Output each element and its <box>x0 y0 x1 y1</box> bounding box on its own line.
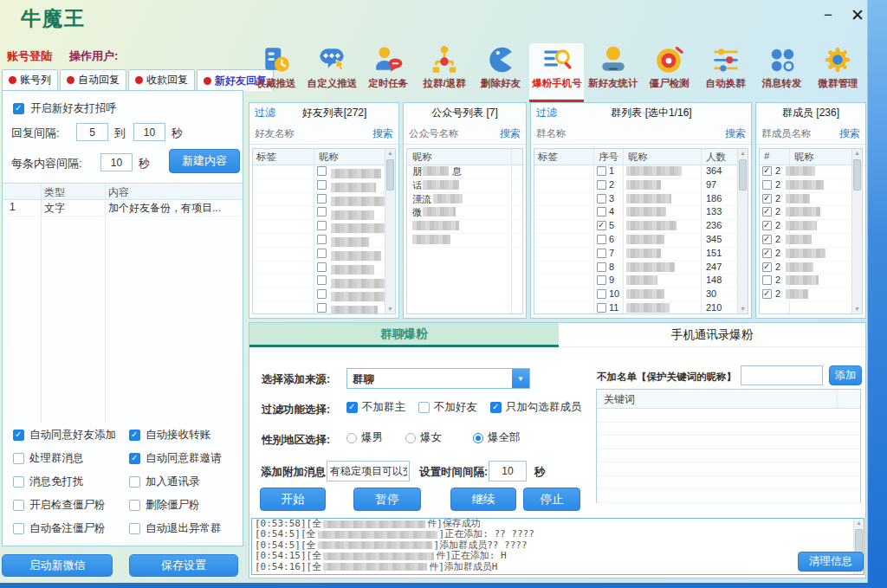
toolbar-item-pacman[interactable]: 删除好友 <box>474 43 528 99</box>
greet-enable-checkbox[interactable] <box>13 103 24 114</box>
filter-checkbox[interactable] <box>418 402 430 413</box>
blacklist-input[interactable] <box>741 365 823 385</box>
scroll-thumb[interactable] <box>853 159 861 191</box>
scroll-down-icon[interactable]: ▼ <box>738 305 748 313</box>
reply-tab-0[interactable]: 账号列 <box>2 69 58 90</box>
row-checkbox[interactable] <box>317 194 327 204</box>
scroll-up-icon[interactable]: ▲ <box>852 149 862 158</box>
scrollbar[interactable]: ▲▼ <box>851 149 862 313</box>
friend-row[interactable] <box>253 178 395 193</box>
extra-message-input[interactable] <box>327 461 410 481</box>
row-checkbox[interactable] <box>597 207 606 216</box>
toolbar-item-org-chart[interactable]: 拉群/退群 <box>418 43 472 99</box>
account-row[interactable]: 漂流 <box>407 192 522 207</box>
source-select[interactable]: 群聊 ▼ <box>346 368 530 389</box>
search-link[interactable]: 搜索 <box>839 126 860 141</box>
auto-option-checkbox[interactable] <box>13 500 24 511</box>
gender-radio[interactable] <box>473 433 483 443</box>
toolbar-item-chat-stars[interactable]: 自定义推送 <box>305 43 359 99</box>
auto-option-checkbox[interactable] <box>129 523 140 534</box>
member-row[interactable]: 2 <box>760 288 862 302</box>
scrollbar[interactable]: ▲▼ <box>385 149 395 313</box>
scrollbar[interactable]: ▲▼ <box>737 149 748 313</box>
minimize-button[interactable]: − <box>818 5 838 26</box>
reply-tab-2[interactable]: 收款回复 <box>128 69 195 90</box>
friend-row[interactable] <box>253 192 395 207</box>
row-checkbox[interactable] <box>762 235 772 244</box>
row-checkbox[interactable] <box>317 235 327 244</box>
search-link[interactable]: 搜索 <box>500 126 521 141</box>
member-row[interactable]: 2 <box>760 178 862 193</box>
group-row[interactable]: 5236 <box>534 219 748 234</box>
toolbar-item-gear[interactable]: 微群管理 <box>811 43 865 99</box>
friend-row[interactable] <box>253 274 395 288</box>
group-row[interactable]: 6345 <box>534 233 748 248</box>
filter-link[interactable]: 过滤 <box>255 106 275 120</box>
launch-wechat-button[interactable]: 启动新微信 <box>2 554 113 577</box>
friend-row[interactable] <box>253 261 395 275</box>
toolbar-item-person-chat[interactable]: 定时任务 <box>361 43 416 99</box>
fan-button-0[interactable]: 开始 <box>260 488 326 511</box>
reply-interval-from-input[interactable] <box>76 123 108 141</box>
chevron-down-icon[interactable]: ▼ <box>512 369 529 388</box>
account-row[interactable] <box>407 233 522 248</box>
scroll-thumb[interactable] <box>386 159 394 191</box>
close-button[interactable]: ✕ <box>847 5 868 26</box>
member-row[interactable]: 2 <box>760 261 862 275</box>
friend-row[interactable] <box>253 247 395 262</box>
account-row[interactable]: 话 <box>407 178 522 193</box>
filter-checkbox[interactable] <box>490 402 502 413</box>
row-checkbox[interactable] <box>762 207 772 216</box>
scroll-up-icon[interactable]: ▲ <box>385 149 395 158</box>
row-checkbox[interactable] <box>317 249 327 258</box>
row-checkbox[interactable] <box>317 289 327 299</box>
row-checkbox[interactable] <box>317 221 327 230</box>
fan-tab-0[interactable]: 群聊爆粉 <box>249 323 559 347</box>
scroll-up-icon[interactable]: ▲ <box>738 149 748 158</box>
log-output[interactable]: [0:53:58][全件]保存成功[0:54:5][全]正在添加: ?? ???… <box>251 518 864 575</box>
friend-row[interactable] <box>253 205 395 220</box>
row-checkbox[interactable] <box>762 180 772 190</box>
blacklist-add-button[interactable]: 添加 <box>829 365 862 385</box>
group-row[interactable]: 1030 <box>534 288 748 302</box>
clear-log-button[interactable]: 清理信息 <box>798 552 864 572</box>
group-row[interactable]: 1364 <box>534 165 748 179</box>
auto-option-checkbox[interactable] <box>13 453 24 464</box>
gender-radio[interactable] <box>405 433 416 443</box>
row-checkbox[interactable] <box>597 166 606 176</box>
friend-row[interactable] <box>253 301 395 313</box>
account-row[interactable]: 微 <box>407 205 522 220</box>
toolbar-item-person-stat[interactable]: 新好友统计 <box>586 43 640 99</box>
member-row[interactable]: 2 <box>760 192 862 207</box>
row-checkbox[interactable] <box>317 275 327 285</box>
group-row[interactable]: 297 <box>534 178 748 193</box>
account-row[interactable] <box>407 219 522 234</box>
toolbar-item-dots-grid[interactable]: 消息转发 <box>754 43 809 99</box>
friend-row[interactable] <box>253 165 395 179</box>
row-checkbox[interactable] <box>317 303 327 313</box>
member-row[interactable]: 2 <box>760 165 862 179</box>
friend-row[interactable] <box>253 219 395 234</box>
auto-option-checkbox[interactable] <box>129 453 140 464</box>
search-link[interactable]: 搜索 <box>725 126 746 141</box>
new-content-button[interactable]: 新建内容 <box>169 149 240 173</box>
reply-interval-to-input[interactable] <box>133 123 165 141</box>
auto-option-checkbox[interactable] <box>129 430 140 441</box>
row-checkbox[interactable] <box>762 275 772 285</box>
fan-button-3[interactable]: 停止 <box>523 488 580 511</box>
gender-radio[interactable] <box>346 433 357 443</box>
scroll-up-icon[interactable]: ▲ <box>854 519 864 527</box>
row-checkbox[interactable] <box>597 289 606 299</box>
fan-button-2[interactable]: 继续 <box>450 488 516 511</box>
row-checkbox[interactable] <box>762 289 772 299</box>
fan-button-1[interactable]: 暂停 <box>353 488 421 511</box>
row-checkbox[interactable] <box>317 180 327 190</box>
group-row[interactable]: 8247 <box>534 261 748 275</box>
group-row[interactable]: 3186 <box>534 192 748 207</box>
filter-link[interactable]: 过滤 <box>536 106 557 120</box>
row-checkbox[interactable] <box>597 262 606 272</box>
row-checkbox[interactable] <box>597 235 606 244</box>
account-row[interactable]: 朋息 <box>407 165 522 179</box>
fan-tab-1[interactable]: 手机通讯录爆粉 <box>559 323 865 347</box>
auto-option-checkbox[interactable] <box>13 476 24 488</box>
